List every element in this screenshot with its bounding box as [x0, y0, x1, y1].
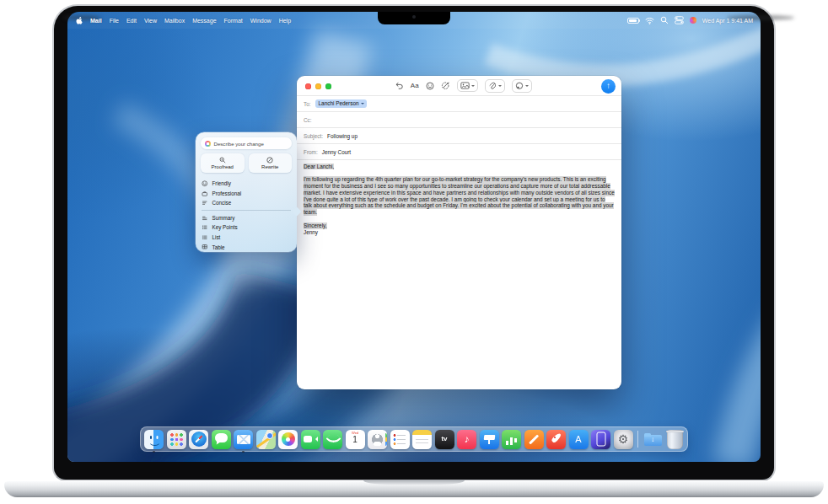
- message-options-button[interactable]: [512, 79, 533, 93]
- apple-intelligence-icon: [205, 141, 211, 147]
- dock-icon-music[interactable]: [457, 430, 476, 449]
- body-greeting: Dear Lanchi,: [304, 164, 615, 170]
- dock-icon-calendar[interactable]: Wed 1: [346, 430, 365, 449]
- format-icon[interactable]: Aa: [411, 83, 419, 89]
- menu-item-message[interactable]: Message: [192, 18, 216, 24]
- dock-separator: [637, 431, 638, 448]
- dock-icon-mail[interactable]: [234, 430, 253, 449]
- proofread-magnifier-icon: [219, 157, 226, 164]
- chevron-down-icon: [361, 103, 364, 105]
- option-key-points[interactable]: Key Points: [202, 223, 291, 233]
- option-label: Summary: [212, 215, 235, 221]
- mail-compose-window: Aa: [297, 76, 621, 389]
- from-field[interactable]: From: Jenny Court: [297, 144, 621, 160]
- chevron-down-icon: [525, 85, 529, 87]
- macbook-base: [4, 480, 824, 497]
- calendar-day: 1: [352, 436, 358, 444]
- message-body[interactable]: Dear Lanchi, I'm following up regarding …: [297, 160, 621, 243]
- menu-extra-icon[interactable]: [690, 17, 696, 24]
- menu-bar-left: Mail File Edit View Mailbox Message Form…: [75, 16, 291, 25]
- send-button[interactable]: [601, 79, 616, 94]
- format-label: Aa: [411, 83, 419, 89]
- dock-icon-contacts[interactable]: [368, 430, 387, 449]
- apple-menu[interactable]: [75, 16, 83, 25]
- compose-toolbar: Aa: [395, 79, 532, 93]
- dock-icon-downloads[interactable]: ↓: [643, 430, 663, 449]
- wifi-icon[interactable]: [645, 17, 654, 24]
- dock-icon-app-store[interactable]: [569, 430, 589, 449]
- option-professional[interactable]: Professional: [202, 189, 291, 199]
- base-scoop: [363, 480, 465, 485]
- photo-picker-button[interactable]: [457, 79, 479, 92]
- dock-icon-safari[interactable]: [189, 430, 208, 449]
- dock-icon-system-settings[interactable]: [614, 430, 633, 449]
- menu-bar-clock[interactable]: Wed Apr 1 9:41 AM: [702, 18, 753, 24]
- close-button[interactable]: [305, 83, 311, 89]
- option-list[interactable]: List: [202, 233, 291, 243]
- dock-icon-facetime[interactable]: [301, 430, 320, 449]
- menu-item-mailbox[interactable]: Mailbox: [164, 18, 185, 24]
- chevron-down-icon: [498, 85, 502, 87]
- dock-icon-keynote[interactable]: [480, 430, 499, 449]
- option-summary[interactable]: Summary: [202, 212, 291, 223]
- camera-icon: [412, 15, 416, 19]
- control-center-icon[interactable]: [675, 16, 684, 24]
- describe-change-input[interactable]: Describe your change: [201, 137, 292, 149]
- menu-item-format[interactable]: Format: [224, 18, 243, 24]
- running-indicator: [242, 451, 244, 453]
- menu-item-window[interactable]: Window: [250, 18, 272, 24]
- window-titlebar[interactable]: Aa: [297, 76, 621, 96]
- subject-value: Following up: [327, 133, 358, 139]
- dock-icon-launchpad[interactable]: [167, 430, 186, 449]
- dock-icon-tv[interactable]: tv: [435, 430, 454, 449]
- rewrite-button[interactable]: Rewrite: [249, 153, 293, 173]
- dock-icon-maps[interactable]: [256, 430, 276, 449]
- minimize-button[interactable]: [315, 83, 321, 89]
- download-arrow-icon: ↓: [643, 436, 663, 443]
- menu-item-help[interactable]: Help: [279, 18, 291, 24]
- battery-icon[interactable]: [627, 18, 639, 24]
- proofread-button[interactable]: Proofread: [201, 153, 245, 173]
- emoji-icon[interactable]: [426, 82, 434, 90]
- subject-field[interactable]: Subject: Following up: [297, 128, 621, 144]
- menu-item-edit[interactable]: Edit: [126, 18, 137, 24]
- body-paragraph: I'm following up regarding the 4th quart…: [304, 177, 615, 217]
- zoom-button[interactable]: [325, 83, 331, 89]
- dock-icon-reminders[interactable]: [390, 430, 410, 449]
- menu-item-view[interactable]: View: [144, 18, 157, 24]
- dock-icon-photos[interactable]: [278, 430, 298, 449]
- option-friendly[interactable]: Friendly: [202, 179, 291, 189]
- recipient-token[interactable]: Lanchi Pederson: [315, 99, 367, 108]
- to-field[interactable]: To: Lanchi Pederson: [297, 96, 621, 112]
- cc-label: Cc:: [304, 117, 312, 123]
- dock-icon-iphone-mirroring[interactable]: [591, 430, 610, 449]
- recipient-name: Lanchi Pederson: [319, 100, 359, 106]
- menu-item-file[interactable]: File: [110, 18, 119, 24]
- dock-icon-numbers[interactable]: [502, 430, 521, 449]
- search-icon[interactable]: [660, 16, 669, 24]
- writing-tools-icon[interactable]: [441, 81, 450, 90]
- option-table[interactable]: Table: [202, 242, 291, 252]
- menu-item-mail[interactable]: Mail: [90, 18, 102, 24]
- body-signature: Jenny: [304, 229, 615, 236]
- smiley-icon: [202, 180, 208, 187]
- attach-button[interactable]: [485, 79, 505, 93]
- dock-icon-messages[interactable]: [212, 430, 231, 449]
- cc-field[interactable]: Cc:: [297, 112, 621, 128]
- subject-label: Subject:: [304, 133, 323, 139]
- undo-icon[interactable]: [395, 82, 404, 90]
- dock-icon-phone[interactable]: [323, 430, 342, 449]
- dock-icon-trash[interactable]: [667, 430, 683, 449]
- to-label: To:: [304, 101, 311, 107]
- rewrite-label: Rewrite: [261, 164, 278, 169]
- option-concise[interactable]: Concise: [202, 198, 291, 208]
- chevron-down-icon: [471, 85, 475, 87]
- dock-icon-pages[interactable]: [524, 430, 544, 449]
- dock-icon-notes[interactable]: [412, 430, 432, 449]
- stage: Mail File Edit View Mailbox Message Form…: [0, 0, 828, 504]
- option-label: List: [212, 234, 221, 240]
- briefcase-icon: [202, 190, 208, 196]
- dock-icon-rocket[interactable]: [546, 430, 566, 449]
- dock-icon-finder[interactable]: [144, 430, 164, 449]
- summary-icon: [202, 214, 208, 221]
